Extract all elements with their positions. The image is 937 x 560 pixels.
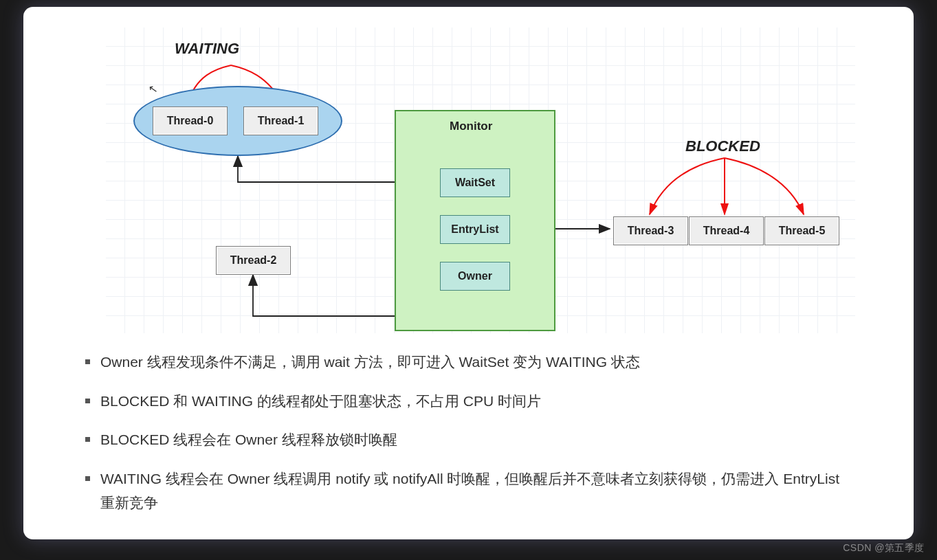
diagram-grid: WAITING BLOCKED Thread-0 Thread-1 Thread… — [106, 27, 855, 333]
bullet-3: BLOCKED 线程会在 Owner 线程释放锁时唤醒 — [85, 428, 855, 452]
thread-4-box: Thread-4 — [689, 216, 764, 245]
explanation-list: Owner 线程发现条件不满足，调用 wait 方法，即可进入 WaitSet … — [85, 350, 855, 530]
owner-box: Owner — [440, 262, 510, 291]
thread-0-box: Thread-0 — [153, 107, 228, 135]
cursor-icon: ↖ — [147, 82, 158, 96]
content-card: WAITING BLOCKED Thread-0 Thread-1 Thread… — [23, 7, 914, 539]
thread-3-box: Thread-3 — [613, 216, 688, 245]
bullet-4: WAITING 线程会在 Owner 线程调用 notify 或 notifyA… — [85, 467, 855, 515]
header-blocked: BLOCKED — [685, 137, 760, 155]
header-waiting: WAITING — [175, 40, 239, 58]
bullet-1: Owner 线程发现条件不满足，调用 wait 方法，即可进入 WaitSet … — [85, 350, 855, 374]
waitset-box: WaitSet — [440, 168, 510, 197]
entrylist-box: EntryList — [440, 215, 510, 244]
thread-2-box: Thread-2 — [216, 246, 291, 275]
thread-1-box: Thread-1 — [243, 107, 318, 135]
monitor-title: Monitor — [450, 120, 492, 133]
watermark: CSDN @第五季度 — [843, 542, 925, 555]
thread-5-box: Thread-5 — [764, 216, 839, 245]
bullet-2: BLOCKED 和 WAITING 的线程都处于阻塞状态，不占用 CPU 时间片 — [85, 390, 855, 414]
